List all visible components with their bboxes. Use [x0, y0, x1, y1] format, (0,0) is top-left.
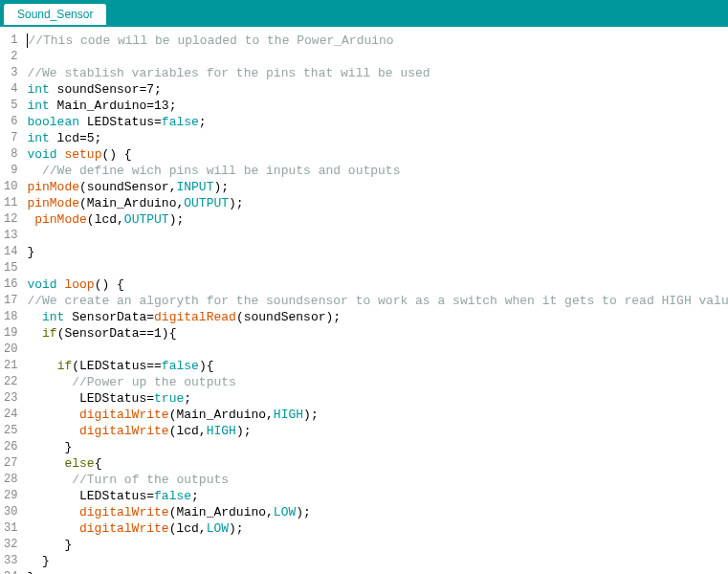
line-gutter: 1 2 3 4 5 6 7 8 9 10 11 12 13 14 15 16 1… [0, 27, 23, 574]
code-area[interactable]: //This code will be uploaded to the Powe… [23, 27, 728, 574]
tab-bar: Sound_Sensor [0, 0, 728, 27]
code-editor[interactable]: 1 2 3 4 5 6 7 8 9 10 11 12 13 14 15 16 1… [0, 27, 728, 574]
tab-sound-sensor[interactable]: Sound_Sensor [4, 4, 106, 25]
